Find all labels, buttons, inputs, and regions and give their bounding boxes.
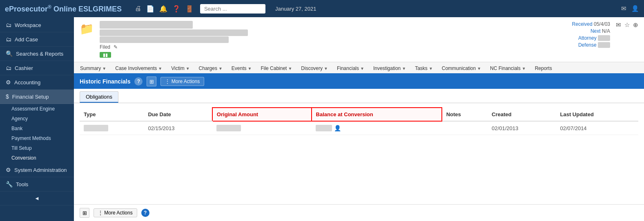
obligations-tab[interactable]: Obligations	[80, 91, 118, 103]
case-header: 📁 Misdemeanor Class B - 12-211 22310 : F…	[74, 17, 644, 62]
financial-setup-icon: $	[6, 93, 9, 100]
main-content: 📁 Misdemeanor Class B - 12-211 22310 : F…	[74, 17, 644, 221]
tab-events[interactable]: Events ▼	[227, 62, 256, 74]
sidebar-label-accounting: Accounting	[14, 79, 40, 86]
document-icon[interactable]: 📄	[146, 5, 154, 13]
tab-nc-financials[interactable]: NC Financials ▼	[486, 62, 530, 74]
sidebar-item-tools[interactable]: 🔧 Tools	[0, 177, 74, 192]
tab-financials[interactable]: Financials ▼	[332, 62, 369, 74]
search-icon: 🔍	[6, 50, 13, 57]
bottom-export-icon[interactable]: ⊞	[80, 208, 89, 218]
tab-reports[interactable]: Reports	[530, 62, 557, 74]
sidebar-subitem-payment-methods[interactable]: Payment Methods	[0, 133, 74, 143]
tab-nc-financials-arrow: ▼	[522, 66, 526, 71]
bottom-bar: ⊞ ⋮ More Actions ?	[74, 204, 644, 221]
mail-icon[interactable]: ✉	[621, 5, 626, 12]
sidebar-item-financial-setup[interactable]: $ Financial Setup	[0, 90, 74, 104]
case-detail-1-blurred: 22310 : False Confessions - THEFT PROP -…	[100, 29, 248, 36]
sidebar-subitem-conversion[interactable]: Conversion	[0, 153, 74, 163]
tab-charges[interactable]: Charges ▼	[194, 62, 227, 74]
tab-case-involvements-arrow: ▼	[158, 66, 162, 71]
tab-summary-arrow: ▼	[102, 66, 106, 71]
top-navigation-bar: eProsecutor® Online ESLGRIMES 🖨 📄 🔔 ❓ 🚪 …	[0, 0, 644, 17]
logo-reg: ®	[48, 4, 51, 10]
tab-events-label: Events	[232, 65, 247, 71]
tab-tasks[interactable]: Tasks ▼	[410, 62, 437, 74]
user-icon[interactable]: 👤	[631, 5, 639, 12]
sidebar-label-add-case: Add Case	[15, 36, 38, 43]
sidebar-label-workspace: Workspace	[15, 22, 41, 28]
tab-file-cabinet[interactable]: File Cabinet ▼	[256, 62, 296, 74]
table-wrap: Type Due Date Original Amount Balance at…	[74, 103, 644, 204]
add-case-icon: 🗂	[6, 36, 11, 43]
sidebar-item-searches-reports[interactable]: 🔍 Searches & Reports	[0, 47, 74, 61]
case-detail-1: 22310 : False Confessions - THEFT PROP -…	[100, 29, 531, 36]
bottom-help-icon[interactable]: ?	[141, 209, 149, 217]
sidebar-item-workspace[interactable]: 🗂 Workspace	[0, 18, 74, 32]
app-logo: eProsecutor® Online ESLGRIMES	[5, 4, 122, 14]
sidebar-label-financial-setup: Financial Setup	[12, 94, 49, 100]
sidebar-subitem-assessment-engine[interactable]: Assessment Engine	[0, 104, 74, 114]
next-row: Next N/A	[537, 28, 610, 34]
case-action-icons: ✉ ☆ ⊕	[616, 21, 638, 29]
section-export-icon[interactable]: ⊞	[147, 77, 156, 86]
help-icon[interactable]: ❓	[172, 5, 180, 13]
row-created: 02/01/2013	[488, 121, 556, 135]
case-detail-2-blurred: level 1 01 Misgiving CTR THEFT PROBE lev…	[100, 36, 229, 43]
person-icon[interactable]: 👤	[334, 125, 341, 131]
col-notes: Notes	[442, 108, 488, 121]
filed-edit-icon[interactable]: ✎	[114, 44, 118, 50]
section-title: Historic Financials	[80, 78, 130, 85]
col-balance-at-conversion: Balance at Conversion	[312, 108, 442, 121]
add-action-icon[interactable]: ⊕	[633, 21, 638, 29]
tab-investigation-label: Investigation	[373, 65, 401, 71]
tab-case-involvements[interactable]: Case Involvements ▼	[111, 62, 167, 74]
section-more-actions-button[interactable]: ⋮ More Actions	[160, 77, 204, 86]
col-last-updated: Last Updated	[556, 108, 638, 121]
defense-value-blurred: ██	[598, 42, 610, 48]
sidebar-label-cashier: Cashier	[15, 65, 33, 71]
topbar-date: January 27, 2021	[275, 6, 316, 12]
section-help-icon[interactable]: ?	[134, 77, 143, 86]
tab-bar: Summary ▼ Case Involvements ▼ Victim ▼ C…	[74, 62, 644, 74]
case-meta: Received 05/4/03 Next N/A Attorney ██ De…	[537, 21, 610, 49]
search-input[interactable]	[200, 4, 265, 14]
next-value: N/A	[602, 28, 610, 34]
sidebar-item-system-admin[interactable]: ⚙ System Administration	[0, 163, 74, 177]
sidebar-item-accounting[interactable]: ⚙ Accounting	[0, 75, 74, 90]
filed-row: Filed ✎	[100, 44, 531, 50]
tab-victim-arrow: ▼	[186, 66, 190, 71]
sidebar-item-add-case[interactable]: 🗂 Add Case	[0, 32, 74, 47]
case-info: Misdemeanor Class B - 12-211 22310 : Fal…	[100, 21, 531, 58]
row-original-amount	[212, 121, 312, 135]
bottom-more-actions-button[interactable]: ⋮ More Actions	[94, 208, 137, 217]
sidebar-item-cashier[interactable]: 🗂 Cashier	[0, 61, 74, 75]
balance-blurred	[316, 125, 332, 131]
attorney-value-blurred: ██	[598, 35, 610, 41]
col-created: Created	[488, 108, 556, 121]
table-row: 02/15/2013 👤 02/01/2013	[80, 121, 638, 135]
row-balance: 👤	[312, 121, 442, 135]
tab-investigation[interactable]: Investigation ▼	[369, 62, 410, 74]
sidebar-subitem-bank[interactable]: Bank	[0, 124, 74, 133]
bell-icon[interactable]: 🔔	[159, 5, 167, 13]
logout-icon[interactable]: 🚪	[185, 5, 194, 13]
print-icon[interactable]: 🖨	[135, 5, 141, 12]
tab-discovery[interactable]: Discovery ▼	[296, 62, 332, 74]
tab-reports-label: Reports	[535, 65, 552, 71]
tab-nc-financials-label: NC Financials	[490, 65, 521, 71]
tab-investigation-arrow: ▼	[402, 66, 406, 71]
tab-summary[interactable]: Summary ▼	[76, 62, 111, 74]
row-due-date: 02/15/2013	[144, 121, 212, 135]
case-title-blurred: Misdemeanor Class B - 12-211	[100, 21, 193, 29]
attorney-label: Attorney	[578, 35, 597, 41]
tab-communication[interactable]: Communication ▼	[437, 62, 486, 74]
collapse-arrow-icon: ◄	[34, 195, 40, 201]
sidebar-subitem-agency[interactable]: Agency	[0, 114, 74, 124]
sidebar-label-tools: Tools	[16, 181, 28, 187]
sidebar-collapse-button[interactable]: ◄	[0, 192, 74, 205]
star-action-icon[interactable]: ☆	[624, 21, 630, 29]
sidebar-subitem-till-setup[interactable]: Till Setup	[0, 143, 74, 153]
tab-victim[interactable]: Victim ▼	[167, 62, 194, 74]
email-action-icon[interactable]: ✉	[616, 21, 621, 29]
